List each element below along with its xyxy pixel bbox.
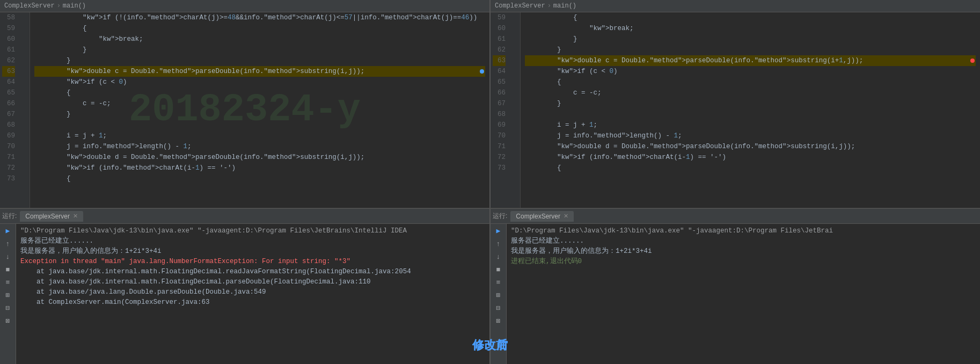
right-pin-icon[interactable]: ⊞ bbox=[494, 290, 503, 300]
left-console-tab[interactable]: ComplexServer ✕ bbox=[20, 211, 83, 222]
left-breadcrumb: ComplexServer › main() bbox=[0, 0, 489, 12]
app-container: ComplexServer › main() 20182324-y 585960… bbox=[0, 0, 980, 364]
right-code-area: 596061626364656667686970717273 { "kw">br… bbox=[491, 12, 980, 208]
bottom-row: 运行: ComplexServer ✕ ▶ ↑ ↓ ■ ≡ ⊞ ⊟ ⊠ "D:\… bbox=[0, 208, 980, 364]
left-breadcrumb-server: ComplexServer bbox=[4, 2, 55, 10]
stop-icon[interactable]: ■ bbox=[3, 265, 13, 274]
right-console-output: "D:\Program Files\Java\jdk-13\bin\java.e… bbox=[507, 224, 980, 364]
right-console-body: ▶ ↑ ↓ ■ ≡ ⊞ ⊟ ⊠ "D:\Program Files\Java\j… bbox=[491, 224, 980, 364]
right-line-numbers: 596061626364656667686970717273 bbox=[491, 12, 510, 208]
rerun-up-icon[interactable]: ↑ bbox=[3, 239, 13, 249]
rerun-down-icon[interactable]: ↓ bbox=[3, 252, 13, 261]
left-tab-close[interactable]: ✕ bbox=[73, 213, 78, 220]
right-down-icon[interactable]: ↓ bbox=[494, 252, 503, 261]
left-tab-name: ComplexServer bbox=[25, 213, 70, 220]
editors-row: ComplexServer › main() 20182324-y 585960… bbox=[0, 0, 980, 208]
left-run-label: 运行: bbox=[2, 212, 17, 221]
play-icon[interactable]: ▶ bbox=[3, 226, 13, 236]
pin-icon[interactable]: ⊞ bbox=[3, 290, 13, 300]
left-breadcrumb-sep: › bbox=[57, 2, 61, 10]
right-tab-close[interactable]: ✕ bbox=[564, 213, 568, 220]
right-console-tab-bar: 运行: ComplexServer ✕ bbox=[491, 209, 980, 224]
right-console-sidebar: ▶ ↑ ↓ ■ ≡ ⊞ ⊟ ⊠ bbox=[491, 224, 507, 364]
right-console: 运行: ComplexServer ✕ ▶ ↑ ↓ ■ ≡ ⊞ ⊟ ⊠ "D:\… bbox=[489, 208, 980, 364]
wrap-icon[interactable]: ≡ bbox=[3, 278, 13, 287]
right-breadcrumb: ComplexServer › main() bbox=[491, 0, 980, 12]
left-console-sidebar: ▶ ↑ ↓ ■ ≡ ⊞ ⊟ ⊠ bbox=[0, 224, 16, 364]
right-trash-icon[interactable]: ⊠ bbox=[494, 316, 503, 326]
right-print-icon[interactable]: ⊟ bbox=[494, 303, 503, 313]
right-stop-icon[interactable]: ■ bbox=[494, 265, 503, 274]
right-breadcrumb-method: main() bbox=[553, 2, 576, 10]
right-play-icon[interactable]: ▶ bbox=[494, 226, 503, 236]
right-editor: ComplexServer › main() 59606162636465666… bbox=[489, 0, 980, 208]
left-code-content[interactable]: "kw">if (!(info."method">charAt(j)>=48&&… bbox=[30, 12, 489, 208]
print-icon[interactable]: ⊟ bbox=[3, 303, 13, 313]
right-tab-name: ComplexServer bbox=[516, 213, 560, 220]
right-wrap-icon[interactable]: ≡ bbox=[494, 278, 503, 287]
left-console: 运行: ComplexServer ✕ ▶ ↑ ↓ ■ ≡ ⊞ ⊟ ⊠ "D:\… bbox=[0, 208, 489, 364]
right-code-content[interactable]: { "kw">break; } } "kw">double c = Double… bbox=[521, 12, 980, 208]
trash-icon[interactable]: ⊠ bbox=[3, 316, 13, 326]
left-line-numbers: 58596061626364656667686970717273 bbox=[0, 12, 19, 208]
left-console-tab-bar: 运行: ComplexServer ✕ bbox=[0, 209, 489, 224]
left-code-area: 20182324-y 58596061626364656667686970717… bbox=[0, 12, 489, 208]
right-run-label: 运行: bbox=[493, 212, 507, 221]
right-breadcrumb-sep: › bbox=[547, 2, 551, 10]
right-breadcrumb-server: ComplexServer bbox=[495, 2, 545, 10]
right-console-tab[interactable]: ComplexServer ✕ bbox=[510, 211, 574, 222]
left-gutter bbox=[19, 12, 30, 208]
left-console-output: "D:\Program Files\Java\jdk-13\bin\java.e… bbox=[16, 224, 489, 364]
right-up-icon[interactable]: ↑ bbox=[494, 239, 503, 249]
left-breadcrumb-method: main() bbox=[63, 2, 86, 10]
left-console-body: ▶ ↑ ↓ ■ ≡ ⊞ ⊟ ⊠ "D:\Program Files\Java\j… bbox=[0, 224, 489, 364]
right-gutter bbox=[510, 12, 521, 208]
left-editor: ComplexServer › main() 20182324-y 585960… bbox=[0, 0, 489, 208]
